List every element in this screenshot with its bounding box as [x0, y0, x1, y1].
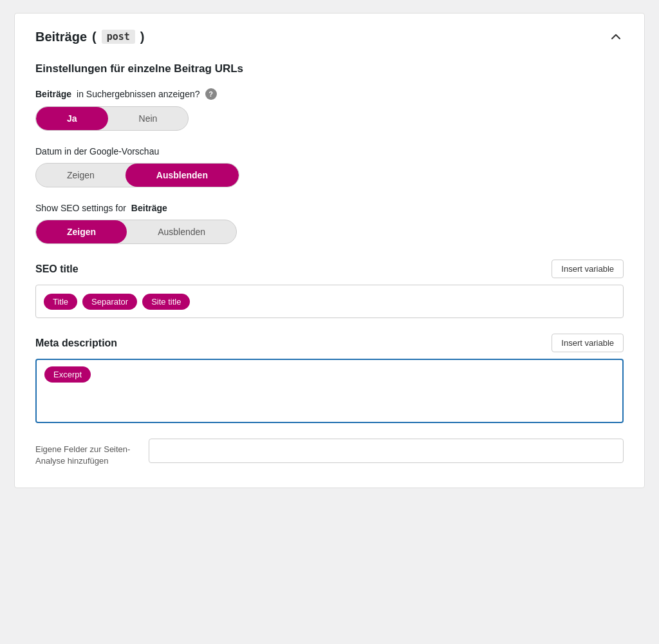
card-title: Beiträge ( post ) [35, 30, 145, 44]
post-badge: post [102, 30, 135, 44]
date-preview-label-text: Datum in der Google-Vorschau [35, 146, 159, 156]
seo-settings-toggle: Zeigen Ausblenden [35, 220, 237, 244]
seo-title-insert-variable-button[interactable]: Insert variable [552, 260, 624, 278]
title-text: Beiträge [35, 30, 87, 44]
card-header: Beiträge ( post ) [35, 29, 624, 44]
seo-settings-group: Show SEO settings for Beiträge Zeigen Au… [35, 203, 624, 244]
main-card: Beiträge ( post ) Einstellungen für einz… [14, 13, 645, 488]
search-results-label: Beiträge in Suchergebnissen anzeigen? ? [35, 88, 624, 100]
zeigen-date-button[interactable]: Zeigen [36, 164, 125, 187]
help-icon[interactable]: ? [205, 88, 217, 100]
seo-title-section: SEO title Insert variable Title Separato… [35, 260, 624, 318]
separator-tag[interactable]: Separator [82, 294, 137, 310]
collapse-button[interactable] [608, 29, 624, 44]
seo-settings-bold: Beiträge [131, 203, 167, 213]
meta-desc-input-box[interactable]: Excerpt [35, 359, 624, 423]
close-paren: ) [140, 30, 145, 44]
ja-button[interactable]: Ja [36, 107, 108, 130]
search-results-toggle: Ja Nein [35, 106, 189, 131]
seo-title-input-box[interactable]: Title Separator Site title [35, 285, 624, 318]
meta-desc-header: Meta description Insert variable [35, 334, 624, 352]
date-preview-label: Datum in der Google-Vorschau [35, 146, 624, 156]
custom-fields-input[interactable] [149, 439, 624, 463]
nein-button[interactable]: Nein [108, 107, 189, 130]
excerpt-tag[interactable]: Excerpt [44, 366, 91, 383]
ausblenden-date-button[interactable]: Ausblenden [125, 164, 239, 187]
seo-settings-prefix: Show SEO settings for [35, 203, 126, 213]
meta-desc-insert-variable-button[interactable]: Insert variable [552, 334, 624, 352]
custom-fields-section: Eigene Felder zur Seiten-Analyse hinzufü… [35, 439, 624, 467]
ausblenden-seo-button[interactable]: Ausblenden [127, 220, 236, 243]
search-results-label-suffix: in Suchergebnissen anzeigen? [77, 89, 200, 99]
search-results-group: Beiträge in Suchergebnissen anzeigen? ? … [35, 88, 624, 131]
seo-title-label: SEO title [35, 263, 79, 275]
date-preview-toggle: Zeigen Ausblenden [35, 163, 239, 187]
seo-settings-label: Show SEO settings for Beiträge [35, 203, 624, 213]
section-heading: Einstellungen für einzelne Beitrag URLs [35, 62, 624, 75]
meta-description-section: Meta description Insert variable Excerpt [35, 334, 624, 423]
site-title-tag[interactable]: Site title [142, 294, 190, 310]
open-paren: ( [92, 30, 97, 44]
date-preview-group: Datum in der Google-Vorschau Zeigen Ausb… [35, 146, 624, 187]
seo-title-header: SEO title Insert variable [35, 260, 624, 278]
search-results-label-bold: Beiträge [35, 89, 71, 99]
meta-desc-label: Meta description [35, 337, 117, 349]
title-tag[interactable]: Title [44, 294, 77, 310]
zeigen-seo-button[interactable]: Zeigen [36, 220, 127, 243]
custom-fields-label: Eigene Felder zur Seiten-Analyse hinzufü… [35, 439, 138, 467]
